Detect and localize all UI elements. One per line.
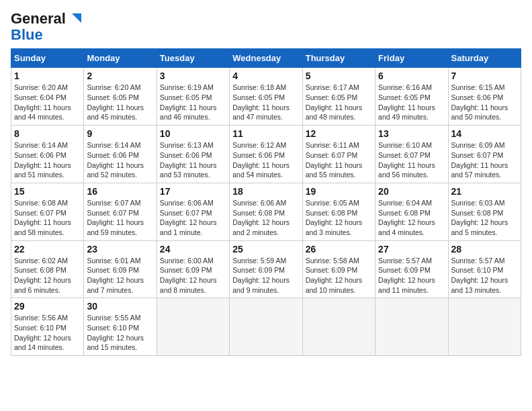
logo-text-blue: Blue [11, 27, 43, 43]
day-cell: 4 Sunrise: 6:18 AM Sunset: 6:05 PM Dayli… [230, 68, 302, 126]
daylight: Daylight: 12 hours and 14 minutes. [14, 334, 71, 352]
day-number: 23 [87, 244, 153, 255]
sunset: Sunset: 6:08 PM [451, 209, 504, 217]
day-number: 16 [87, 186, 153, 197]
day-cell: 6 Sunrise: 6:16 AM Sunset: 6:05 PM Dayli… [375, 68, 448, 126]
day-info: Sunrise: 6:09 AM Sunset: 6:07 PM Dayligh… [451, 140, 518, 180]
sunrise: Sunrise: 5:59 AM [232, 257, 286, 265]
day-number: 11 [232, 128, 299, 139]
sunset: Sunset: 6:05 PM [160, 93, 212, 101]
sunrise: Sunrise: 5:57 AM [451, 257, 505, 265]
day-cell: 23 Sunrise: 6:01 AM Sunset: 6:09 PM Dayl… [84, 240, 157, 298]
sunset: Sunset: 6:09 PM [160, 266, 212, 274]
sunrise: Sunrise: 6:09 AM [451, 141, 505, 149]
sunrise: Sunrise: 6:05 AM [306, 199, 359, 207]
daylight: Daylight: 11 hours and 54 minutes. [232, 161, 290, 179]
day-info: Sunrise: 6:02 AM Sunset: 6:08 PM Dayligh… [14, 256, 81, 295]
sunrise: Sunrise: 6:13 AM [160, 141, 214, 149]
sunrise: Sunrise: 6:19 AM [160, 83, 214, 91]
day-info: Sunrise: 6:19 AM Sunset: 6:05 PM Dayligh… [160, 83, 226, 122]
day-info: Sunrise: 6:10 AM Sunset: 6:07 PM Dayligh… [378, 140, 445, 180]
sunset: Sunset: 6:06 PM [14, 151, 66, 159]
day-cell: 21 Sunrise: 6:03 AM Sunset: 6:08 PM Dayl… [448, 183, 521, 240]
day-cell: 17 Sunrise: 6:06 AM Sunset: 6:07 PM Dayl… [157, 183, 229, 240]
day-number: 13 [378, 128, 445, 139]
sunrise: Sunrise: 6:07 AM [87, 199, 140, 207]
sunset: Sunset: 6:07 PM [378, 151, 431, 159]
day-info: Sunrise: 6:06 AM Sunset: 6:08 PM Dayligh… [232, 198, 299, 238]
day-info: Sunrise: 6:03 AM Sunset: 6:08 PM Dayligh… [451, 198, 518, 238]
day-number: 28 [451, 244, 518, 255]
day-number: 4 [232, 71, 299, 81]
sunset: Sunset: 6:06 PM [451, 93, 504, 101]
day-cell [448, 298, 521, 356]
day-number: 5 [306, 71, 372, 81]
daylight: Daylight: 12 hours and 3 minutes. [306, 218, 363, 236]
sunset: Sunset: 6:07 PM [306, 151, 358, 159]
sunset: Sunset: 6:05 PM [87, 93, 139, 101]
sunrise: Sunrise: 6:01 AM [87, 257, 140, 265]
day-cell: 14 Sunrise: 6:09 AM Sunset: 6:07 PM Dayl… [448, 126, 521, 183]
calendar-header-row: SundayMondayTuesdayWednesdayThursdayFrid… [11, 49, 521, 68]
day-info: Sunrise: 6:11 AM Sunset: 6:07 PM Dayligh… [306, 140, 372, 180]
day-info: Sunrise: 5:58 AM Sunset: 6:09 PM Dayligh… [306, 256, 372, 295]
day-cell [302, 298, 375, 356]
day-cell: 12 Sunrise: 6:11 AM Sunset: 6:07 PM Dayl… [302, 126, 375, 183]
sunset: Sunset: 6:08 PM [306, 209, 358, 217]
sunrise: Sunrise: 6:00 AM [160, 257, 214, 265]
day-number: 7 [451, 71, 518, 81]
daylight: Daylight: 11 hours and 44 minutes. [14, 103, 71, 122]
sunset: Sunset: 6:06 PM [160, 151, 212, 159]
daylight: Daylight: 12 hours and 13 minutes. [451, 276, 508, 294]
day-number: 15 [14, 186, 81, 197]
day-number: 19 [306, 186, 372, 197]
day-cell: 18 Sunrise: 6:06 AM Sunset: 6:08 PM Dayl… [230, 183, 302, 240]
sunrise: Sunrise: 5:56 AM [14, 314, 68, 322]
logo-icon [68, 11, 81, 24]
header-saturday: Saturday [448, 49, 521, 68]
day-info: Sunrise: 5:57 AM Sunset: 6:09 PM Dayligh… [378, 256, 445, 295]
sunset: Sunset: 6:08 PM [14, 266, 66, 274]
daylight: Daylight: 12 hours and 11 minutes. [378, 276, 435, 294]
sunset: Sunset: 6:04 PM [14, 93, 66, 101]
sunset: Sunset: 6:05 PM [232, 93, 285, 101]
header-sunday: Sunday [11, 49, 84, 68]
day-number: 3 [160, 71, 226, 81]
daylight: Daylight: 11 hours and 48 minutes. [306, 103, 363, 122]
daylight: Daylight: 11 hours and 52 minutes. [87, 161, 144, 179]
day-number: 2 [87, 71, 153, 81]
sunrise: Sunrise: 6:16 AM [378, 83, 432, 91]
daylight: Daylight: 12 hours and 4 minutes. [378, 218, 435, 236]
sunrise: Sunrise: 6:20 AM [87, 83, 140, 91]
day-number: 29 [14, 301, 81, 312]
daylight: Daylight: 12 hours and 5 minutes. [451, 218, 508, 236]
day-number: 26 [306, 244, 372, 255]
sunset: Sunset: 6:08 PM [378, 209, 431, 217]
daylight: Daylight: 11 hours and 55 minutes. [306, 161, 363, 179]
day-info: Sunrise: 6:14 AM Sunset: 6:06 PM Dayligh… [14, 140, 81, 180]
sunset: Sunset: 6:05 PM [306, 93, 358, 101]
sunrise: Sunrise: 6:06 AM [160, 199, 214, 207]
week-row-3: 15 Sunrise: 6:08 AM Sunset: 6:07 PM Dayl… [11, 183, 521, 240]
daylight: Daylight: 11 hours and 57 minutes. [451, 161, 508, 179]
sunset: Sunset: 6:10 PM [87, 324, 139, 332]
day-cell: 25 Sunrise: 5:59 AM Sunset: 6:09 PM Dayl… [230, 240, 302, 298]
day-cell: 24 Sunrise: 6:00 AM Sunset: 6:09 PM Dayl… [157, 240, 229, 298]
day-number: 10 [160, 128, 226, 139]
day-info: Sunrise: 5:55 AM Sunset: 6:10 PM Dayligh… [87, 313, 153, 353]
day-info: Sunrise: 6:18 AM Sunset: 6:05 PM Dayligh… [232, 83, 299, 122]
day-number: 18 [232, 186, 299, 197]
daylight: Daylight: 12 hours and 8 minutes. [160, 276, 217, 294]
sunset: Sunset: 6:08 PM [232, 209, 285, 217]
day-info: Sunrise: 6:15 AM Sunset: 6:06 PM Dayligh… [451, 83, 518, 122]
day-cell: 26 Sunrise: 5:58 AM Sunset: 6:09 PM Dayl… [302, 240, 375, 298]
day-number: 25 [232, 244, 299, 255]
sunrise: Sunrise: 5:57 AM [378, 257, 432, 265]
sunrise: Sunrise: 6:03 AM [451, 199, 505, 207]
day-info: Sunrise: 6:20 AM Sunset: 6:04 PM Dayligh… [14, 83, 81, 122]
sunrise: Sunrise: 6:06 AM [232, 199, 286, 207]
sunset: Sunset: 6:07 PM [87, 209, 139, 217]
sunrise: Sunrise: 6:11 AM [306, 141, 359, 149]
sunrise: Sunrise: 6:04 AM [378, 199, 432, 207]
daylight: Daylight: 11 hours and 47 minutes. [232, 103, 290, 122]
